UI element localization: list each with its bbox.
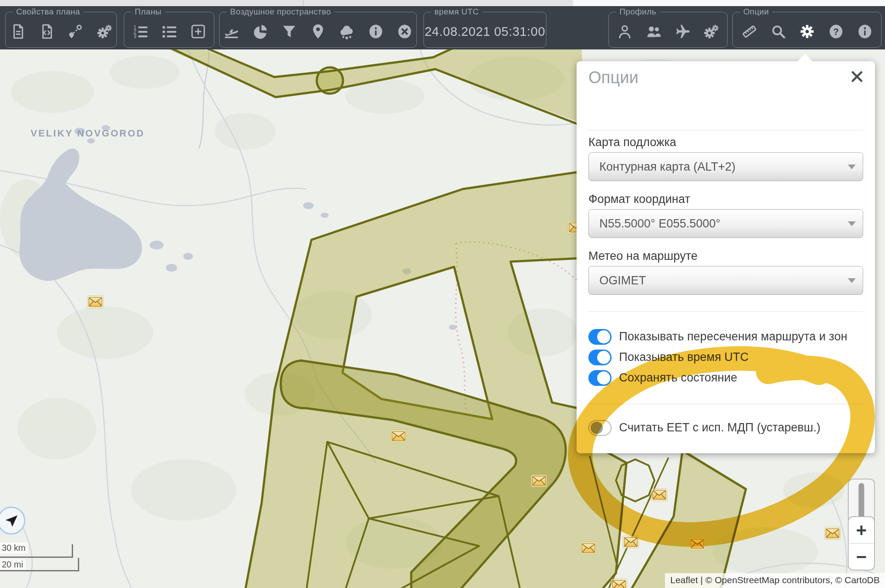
toggle-label: Сохранять состояние: [619, 371, 737, 385]
plus-square-icon[interactable]: [190, 23, 206, 40]
envelope-marker[interactable]: [581, 542, 596, 554]
envelope-marker[interactable]: [531, 475, 547, 487]
route-weather-label: Метео на маршруте: [588, 249, 698, 263]
zoom-in-button[interactable]: +: [849, 517, 874, 543]
city-label: VELIKY NOVGOROD: [31, 128, 145, 139]
toolbar-group-label: Воздушное пространство: [227, 7, 335, 17]
toolbar-group-airspace: Воздушное пространство: [219, 12, 417, 48]
toolbar-group-label: Свойства плана: [13, 7, 84, 17]
basemap-select[interactable]: Контурная карта (ALT+2): [588, 152, 863, 181]
scale-mi-tick: [78, 558, 79, 571]
toolbar-group-label: Планы: [131, 7, 165, 17]
toggle-knob: [591, 422, 603, 434]
ruler-icon[interactable]: [741, 23, 758, 40]
list-bullet-icon[interactable]: [161, 23, 178, 40]
divider: [588, 312, 863, 312]
info-circle-icon[interactable]: [857, 23, 873, 40]
scale-mi-label: 20 mi: [0, 559, 26, 570]
gears-icon[interactable]: [703, 23, 720, 40]
map-pin-icon[interactable]: [310, 23, 326, 40]
toggle-knob: [597, 330, 610, 343]
chevron-down-icon: [848, 164, 856, 169]
envelope-marker[interactable]: [623, 536, 639, 548]
toggle-eet-mdp[interactable]: [588, 420, 612, 436]
panel-arrow: [798, 54, 812, 61]
toggle-label: Показывать пересечения маршрута и зон: [619, 330, 847, 343]
toolbar-group-plan-props: Свойства плана: [5, 12, 117, 48]
toolbar-group-label: Профиль: [616, 7, 660, 17]
route-weather-select[interactable]: OGIMET: [588, 266, 863, 295]
x-circle-icon[interactable]: [396, 23, 413, 40]
file-code-icon[interactable]: [38, 23, 55, 40]
scale-km-line: [0, 556, 73, 558]
toolbar-group-profile: Профиль: [609, 12, 728, 48]
coord-format-label: Формат координат: [588, 192, 690, 206]
cloud-icon[interactable]: [339, 23, 355, 40]
list-ordered-icon[interactable]: [132, 23, 149, 40]
file-text-icon[interactable]: [10, 23, 26, 40]
scale-mi-line: [0, 570, 79, 571]
strip-segment: [573, 0, 885, 6]
basemap-value: Контурная карта (ALT+2): [599, 160, 735, 174]
gears-icon[interactable]: [96, 23, 113, 40]
envelope-marker[interactable]: [391, 430, 406, 442]
zoom-control: + −: [848, 516, 875, 570]
envelope-marker[interactable]: [825, 527, 840, 539]
search-icon[interactable]: [770, 23, 787, 40]
toggle-route-zone-intersections[interactable]: [588, 329, 612, 345]
toolbar-group-utc-time: время UTC24.08.2021 05:31:00: [423, 12, 546, 48]
flight-planner-app: VELIKY NOVGOROD Свойства планаПланыВозду…: [0, 0, 885, 588]
toggle-knob: [597, 371, 610, 385]
plane-icon[interactable]: [674, 23, 691, 40]
toggle-save-state[interactable]: [588, 370, 612, 386]
chevron-down-icon: [848, 221, 856, 226]
toggle-label: Считать EET с исп. МДП (устаревш.): [619, 421, 820, 434]
toggle-row-show-utc: Показывать время UTC: [588, 347, 863, 368]
plane-takeoff-icon[interactable]: [223, 23, 240, 40]
scrollbar-thumb[interactable]: [859, 483, 864, 521]
question-circle-icon[interactable]: [828, 23, 844, 40]
filter-icon[interactable]: [281, 23, 297, 40]
toolbar-group-label: Опции: [740, 7, 773, 17]
divider: [588, 404, 863, 404]
scale-km-tick: [72, 544, 73, 558]
browser-strip: [0, 0, 885, 6]
navigation-arrow-icon: [4, 513, 19, 528]
toolbar-group-plans: Планы: [124, 12, 214, 48]
scale-km-label: 30 km: [0, 542, 28, 554]
envelope-marker[interactable]: [689, 538, 705, 550]
info-circle-icon[interactable]: [367, 23, 384, 40]
users-icon[interactable]: [645, 23, 662, 40]
toggle-row-save-state: Сохранять состояние: [588, 368, 863, 388]
zoom-out-button[interactable]: −: [849, 544, 874, 570]
close-icon[interactable]: [850, 69, 864, 84]
toolbar-group-label: время UTC: [431, 7, 483, 17]
strip-divider: [303, 0, 304, 6]
options-panel: Опции Карта подложкаКонтурная карта (ALT…: [577, 61, 875, 453]
envelope-marker[interactable]: [651, 489, 667, 501]
pie-chart-icon[interactable]: [252, 23, 269, 40]
coord-format-value: N55.5000° E055.5000°: [599, 217, 721, 231]
toolbar: Свойства планаПланыВоздушное пространств…: [0, 6, 885, 49]
user-icon[interactable]: [616, 23, 633, 40]
gear-icon[interactable]: [799, 23, 815, 40]
utc-time-value: 24.08.2021 05:31:00: [424, 12, 546, 49]
coord-format-select[interactable]: N55.5000° E055.5000°: [588, 209, 863, 238]
toggle-show-utc[interactable]: [588, 350, 612, 365]
panel-title: Опции: [588, 68, 638, 87]
basemap-label: Карта подложка: [588, 136, 676, 149]
chevron-down-icon: [848, 278, 856, 283]
toggle-label: Показывать время UTC: [619, 350, 749, 364]
envelope-marker[interactable]: [87, 296, 103, 308]
attribution: Leaflet | © OpenStreetMap contributors, …: [665, 573, 885, 588]
divider: [588, 130, 863, 130]
envelope-marker[interactable]: [611, 579, 627, 588]
route-weather-value: OGIMET: [599, 274, 646, 287]
toggle-knob: [597, 351, 610, 364]
route-icon[interactable]: [67, 23, 84, 40]
toggle-row-route-zone-intersections: Показывать пересечения маршрута и зон: [588, 326, 863, 347]
toggle-row-eet-mdp: Считать EET с исп. МДП (устаревш.): [588, 417, 863, 438]
toolbar-group-options: Опции: [732, 12, 882, 48]
